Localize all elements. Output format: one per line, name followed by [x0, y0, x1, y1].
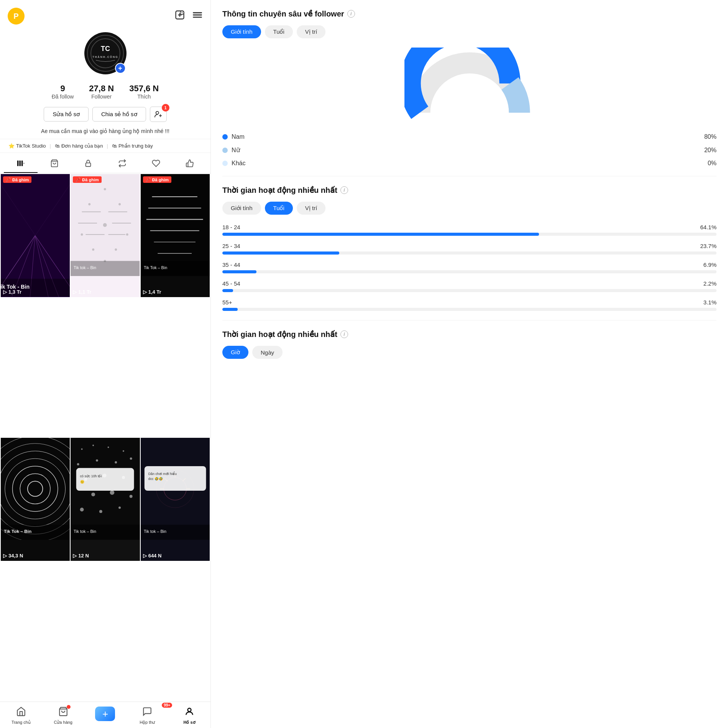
bar-45-54: 45 - 54 2.2% [222, 280, 716, 292]
video-bg: có sức 10h tối 🙂 Tik tok – Bin [71, 438, 140, 541]
filter-location-2[interactable]: Vị trí [297, 202, 326, 215]
friend-request-badge: 1 [162, 104, 169, 112]
filter-gender[interactable]: Giới tính [222, 25, 261, 38]
nam-label: Nam [232, 133, 245, 140]
nav-create[interactable]: + [84, 705, 127, 726]
bar-track [222, 233, 716, 236]
bar-label: 25 - 34 [222, 243, 240, 249]
following-count: 9 [60, 84, 65, 94]
pinned-badge: 📌Đã ghim [73, 176, 101, 183]
gender-legend: Nam 80% Nữ 20% Khác 0% [222, 133, 716, 167]
showcase-link[interactable]: 🛍 Phần trưng bày [110, 141, 155, 150]
video-item[interactable]: Tik tok – Bin 📌Đã ghim ▷1,1 Tr [71, 174, 140, 297]
shop-icon: 🛍 [112, 143, 117, 149]
svg-marker-12 [23, 163, 24, 164]
svg-point-77 [130, 495, 133, 498]
profile-section: TC THÀNH.CÔNG + 9 Đã follow 27,8 N Follo… [0, 28, 210, 127]
video-item[interactable]: Dân chơi mới hiểu dcc 🤣🤣 Tik tok – Bin ▷… [141, 438, 210, 561]
filter-gender-2[interactable]: Giới tính [222, 202, 261, 215]
tab-liked[interactable] [173, 154, 207, 173]
followers-stat[interactable]: 27,8 N Follower [89, 84, 114, 100]
tab-locked[interactable] [71, 154, 105, 173]
video-bg: Tik Tok – Bin [141, 174, 210, 278]
filter-day[interactable]: Ngày [252, 346, 283, 359]
tiktok-studio-link[interactable]: ⭐ TikTok Studio [6, 141, 48, 150]
video-bg: Tik Tok - Bin [1, 174, 70, 297]
nav-inbox[interactable]: 99+ Hộp thư [126, 705, 168, 726]
nav-home-label: Trang chủ [12, 720, 31, 725]
bookmark-icon[interactable] [174, 10, 185, 23]
svg-point-80 [118, 506, 121, 509]
svg-point-78 [80, 508, 84, 511]
legend-nam: Nam 80% [222, 133, 716, 140]
tab-repost[interactable] [105, 154, 139, 173]
view-count: ▷1,4 Tr [143, 289, 161, 295]
bar-25-34: 25 - 34 23.7% [222, 243, 716, 255]
view-count: ▷1,3 Tr [3, 289, 21, 295]
time-filter-tabs: Giờ Ngày [222, 346, 716, 359]
right-panel: Thông tin chuyên sâu về follower i Giới … [211, 0, 728, 728]
info-icon[interactable]: i [347, 10, 355, 18]
svg-point-32 [92, 248, 94, 251]
svg-point-66 [108, 447, 109, 448]
add-friend-button[interactable]: 1 [150, 107, 167, 122]
info-icon-3[interactable]: i [340, 330, 348, 338]
create-button[interactable]: + [95, 707, 115, 721]
video-item[interactable]: Tik Tok – Bin ▷34,3 N [1, 438, 70, 561]
bar-label: 45 - 54 [222, 280, 240, 287]
add-follow-button[interactable]: + [115, 63, 126, 74]
home-icon [16, 707, 26, 719]
nav-profile[interactable]: Hồ sơ [168, 705, 210, 726]
svg-point-70 [115, 461, 117, 463]
following-stat[interactable]: 9 Đã follow [52, 84, 74, 100]
video-item[interactable]: có sức 10h tối 🙂 Tik tok – Bin ▷12 N [71, 438, 140, 561]
likes-stat[interactable]: 357,6 N Thích [129, 84, 159, 100]
nav-home[interactable]: Trang chủ [0, 705, 42, 726]
bottom-nav: Trang chủ Cửa hàng + 99+ Hộp [0, 702, 210, 728]
video-bg: Dân chơi mới hiểu dcc 🤣🤣 Tik tok – Bin [141, 438, 210, 541]
tab-tagged[interactable] [139, 154, 173, 173]
svg-rect-11 [21, 161, 23, 166]
active-time-section: Thời gian hoạt động nhiều nhất i Giới tí… [222, 186, 716, 311]
bar-label: 35 - 44 [222, 261, 240, 268]
video-item[interactable]: Tik Tok - Bin 📌Đã ghim ▷1,3 Tr [1, 174, 70, 297]
tab-videos[interactable] [4, 154, 38, 173]
follower-section: Thông tin chuyên sâu về follower i Giới … [222, 9, 716, 167]
view-count: ▷1,1 Tr [73, 289, 91, 295]
active-time-title2: Thời gian hoạt động nhiều nhất i [222, 330, 716, 339]
nu-pct: 20% [704, 147, 716, 154]
action-buttons: Sửa hồ sơ Chia sẻ hồ sơ 1 [44, 107, 166, 122]
divider1 [222, 176, 716, 176]
video-item[interactable]: Tik Tok – Bin 📌Đã ghim ▷1,4 Tr [141, 174, 210, 297]
profile-icon [184, 707, 194, 719]
nav-shop[interactable]: Cửa hàng [42, 705, 84, 726]
menu-icon[interactable] [192, 10, 203, 23]
view-count: ▷12 N [73, 553, 89, 559]
legend-nu: Nữ 20% [222, 146, 716, 154]
info-icon-2[interactable]: i [340, 186, 348, 194]
filter-age-2[interactable]: Tuổi [265, 202, 293, 215]
svg-rect-44 [141, 174, 210, 276]
orders-link[interactable]: 🛍 Đơn hàng của bạn [53, 141, 105, 150]
svg-text:có sức 10h tối: có sức 10h tối [80, 474, 102, 478]
svg-point-8 [156, 112, 158, 114]
bio-text: Ae mua cần mua gì vào giỏ hàng ủng hộ mì… [0, 127, 210, 136]
filter-age[interactable]: Tuổi [265, 25, 293, 38]
tab-shop[interactable] [38, 154, 71, 173]
svg-text:Tik tok – Bin: Tik tok – Bin [74, 265, 96, 270]
edit-profile-button[interactable]: Sửa hồ sơ [44, 107, 89, 122]
bar-pct: 6.9% [703, 261, 716, 268]
stats-row: 9 Đã follow 27,8 N Follower 357,6 N Thíc… [52, 84, 159, 100]
bar-pct: 2.2% [703, 280, 716, 287]
bar-18-24: 18 - 24 64.1% [222, 224, 716, 236]
filter-location[interactable]: Vị trí [297, 25, 326, 38]
share-profile-button[interactable]: Chia sẻ hồ sơ [92, 107, 146, 122]
nav-profile-label: Hồ sơ [184, 720, 196, 725]
separator2: | [107, 143, 108, 149]
active-time-section2: Thời gian hoạt động nhiều nhất i Giờ Ngà… [222, 330, 716, 359]
svg-text:Dân chơi mới hiểu: Dân chơi mới hiểu [148, 472, 176, 476]
bar-pct: 23.7% [700, 243, 716, 249]
svg-text:dcc 🤣🤣: dcc 🤣🤣 [148, 477, 163, 481]
filter-hour[interactable]: Giờ [222, 346, 248, 359]
svg-text:Tik Tok – Bin: Tik Tok – Bin [144, 265, 167, 270]
